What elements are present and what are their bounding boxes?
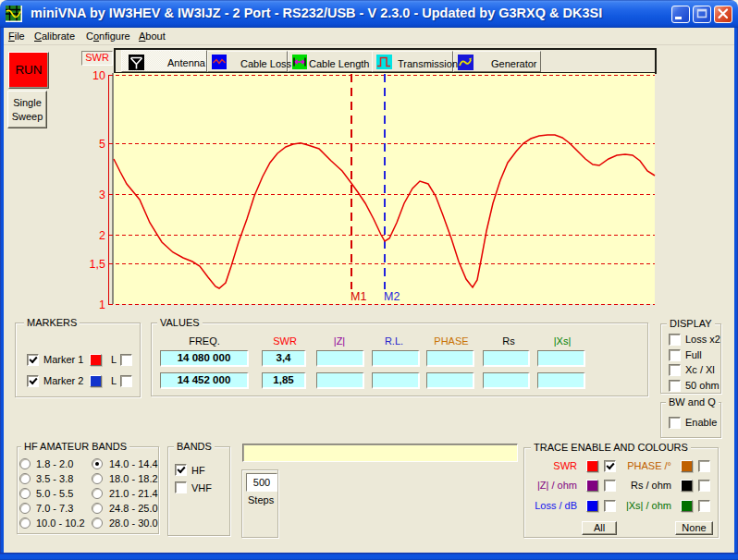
svg-text:M2: M2 bbox=[384, 290, 400, 303]
svg-text:3: 3 bbox=[99, 189, 105, 201]
svg-text:M1: M1 bbox=[351, 290, 366, 303]
svg-text:2: 2 bbox=[99, 229, 105, 242]
svg-text:5: 5 bbox=[99, 138, 105, 151]
svg-text:10: 10 bbox=[92, 69, 105, 82]
svg-text:1: 1 bbox=[99, 298, 105, 311]
svg-text:1,5: 1,5 bbox=[90, 258, 105, 271]
